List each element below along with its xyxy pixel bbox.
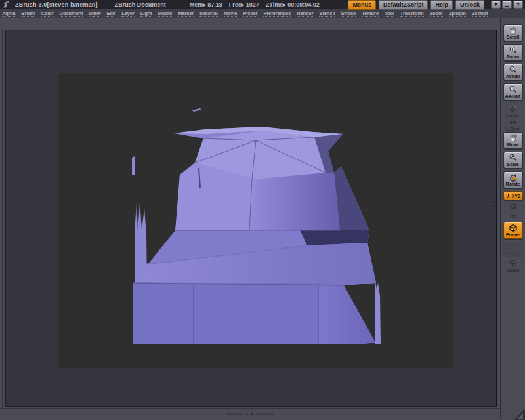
symmetry-icon xyxy=(509,118,518,127)
menu-zscript[interactable]: Zscript xyxy=(472,10,488,17)
spin-z-icon xyxy=(509,212,518,220)
canvas[interactable]: ◂ ▸ xyxy=(5,30,497,407)
menu-zoom[interactable]: Zoom xyxy=(430,10,443,17)
menu-render[interactable]: Render xyxy=(297,10,313,17)
menu-stencil[interactable]: Stencil xyxy=(319,10,335,17)
model-face-right-slab-dark xyxy=(334,167,369,230)
menu-transform[interactable]: Transform xyxy=(400,10,424,17)
model-face-float-dash xyxy=(192,108,201,112)
actual-button[interactable]: Actual xyxy=(503,64,523,81)
xyz-button[interactable]: XYZ xyxy=(503,191,523,200)
zbrush-logo-icon xyxy=(2,1,10,9)
menu-macro[interactable]: Macro xyxy=(158,10,173,17)
restore-icon[interactable] xyxy=(502,1,512,9)
lasso-button[interactable]: Lasso xyxy=(503,260,523,272)
side-button-label: Actual xyxy=(506,74,520,79)
document-area[interactable] xyxy=(58,73,453,368)
right-toolbar: ScrollZoomActualAAHalfLocalL.SymMoveScal… xyxy=(500,18,525,419)
free-stat: Free▸ 1027 xyxy=(229,1,259,8)
help-button[interactable]: Help xyxy=(430,0,453,10)
transp-button[interactable]: Transp xyxy=(503,242,523,257)
pivot-icon xyxy=(509,105,518,114)
move-button[interactable]: Move xyxy=(503,132,523,149)
minimize-icon[interactable]: ▾ xyxy=(491,1,501,9)
scale-button[interactable]: Scale xyxy=(503,152,523,169)
menu-draw[interactable]: Draw xyxy=(89,10,100,17)
menu-layer[interactable]: Layer xyxy=(121,10,135,17)
model-face-float-bar xyxy=(132,156,135,175)
cube-icon xyxy=(509,224,518,232)
menu-movie[interactable]: Movie xyxy=(224,10,238,17)
mem-stat: Mem▸ 87.18 xyxy=(190,1,222,8)
zoom-button[interactable]: Zoom xyxy=(503,44,523,61)
menu-tool[interactable]: Tool xyxy=(385,10,394,17)
side-button-label: AAHalf xyxy=(505,94,520,98)
divider-line xyxy=(226,413,243,415)
side-button-label: Transp xyxy=(505,251,520,256)
rotate-icon xyxy=(509,173,518,182)
menu-document[interactable]: Document xyxy=(60,10,83,17)
menu-preferences[interactable]: Preferences xyxy=(263,10,291,17)
divider-line xyxy=(257,413,274,415)
magnifier-actual-icon xyxy=(509,66,518,74)
side-button-label: L.Sym xyxy=(506,127,520,131)
left-gutter xyxy=(0,29,5,408)
menu-texture[interactable]: Texture xyxy=(362,10,379,17)
menu-material[interactable]: Material xyxy=(200,10,218,17)
ztime-stat: ZTime▸ 00:00:04.02 xyxy=(266,1,320,8)
menu-alpha[interactable]: Alpha xyxy=(2,10,15,17)
close-icon[interactable]: × xyxy=(513,1,523,9)
scroll-button[interactable]: Scroll xyxy=(503,24,523,41)
model-face-box-right xyxy=(318,283,375,344)
resize-corner-handle[interactable] xyxy=(514,409,525,420)
spin-z-button[interactable] xyxy=(503,212,523,220)
spin-y-icon xyxy=(509,202,518,211)
menu-edit[interactable]: Edit xyxy=(106,10,116,17)
side-button-label: XYZ xyxy=(512,194,521,198)
frame-button[interactable]: Frame xyxy=(503,222,523,239)
panel-divider-arrows[interactable]: ◂ ▸ xyxy=(493,201,497,207)
hand-move-icon xyxy=(509,134,518,142)
zbrush-window: ZBrush 3.0[steven bateman] ZBrush Docume… xyxy=(0,0,525,420)
magnifier-plus-icon xyxy=(509,46,518,54)
menu-stroke[interactable]: Stroke xyxy=(341,10,356,17)
menu-light[interactable]: Light xyxy=(140,10,152,17)
model-3d xyxy=(58,73,453,368)
menu-bar: AlphaBrushColorDocumentDrawEditLayerLigh… xyxy=(0,9,525,18)
magnifier-half-icon xyxy=(509,85,518,94)
menu-zplugin[interactable]: Zplugin xyxy=(449,10,466,17)
side-button-label: Lasso xyxy=(506,268,519,272)
divider-handle-icon[interactable]: ▲▼ xyxy=(245,412,255,416)
unlock-button[interactable]: Unlock xyxy=(455,0,484,10)
menu-picker[interactable]: Picker xyxy=(243,10,257,17)
menu-marker[interactable]: Marker xyxy=(178,10,194,17)
side-button-label: Scroll xyxy=(507,35,519,39)
menus-button[interactable]: Menus xyxy=(348,0,376,10)
local-button[interactable]: Local xyxy=(503,106,523,117)
side-button-label: Local xyxy=(507,114,518,118)
rotate-button[interactable]: Rotate xyxy=(503,171,523,188)
axis-icon xyxy=(505,193,511,199)
defaultzscript-button[interactable]: DefaultZScript xyxy=(379,0,429,10)
lasso-icon xyxy=(509,259,518,268)
arrow-right-icon[interactable]: ▸ xyxy=(494,204,495,207)
aahalf-button[interactable]: AAHalf xyxy=(503,83,523,100)
hand-scroll-icon xyxy=(509,26,518,35)
side-button-label: Rotate xyxy=(506,182,520,186)
stats-readout: Mem▸ 87.18 Free▸ 1027 ZTime▸ 00:00:04.02 xyxy=(190,1,320,8)
model-face-spike-right xyxy=(375,282,381,344)
side-button-label: Frame xyxy=(506,232,520,237)
spin-y-button[interactable] xyxy=(503,202,523,211)
side-button-label: Zoom xyxy=(507,54,519,59)
menu-color[interactable]: Color xyxy=(41,10,54,17)
menu-brush[interactable]: Brush xyxy=(21,10,35,17)
transp-icon xyxy=(509,243,518,251)
top-shelf xyxy=(0,18,500,29)
magnifier-scale-icon xyxy=(509,154,518,162)
lsym-button[interactable]: L.Sym xyxy=(503,119,523,131)
model-face-box-front xyxy=(133,283,318,344)
title-bar: ZBrush 3.0[steven bateman] ZBrush Docume… xyxy=(0,0,525,9)
side-button-label: Scale xyxy=(507,162,518,167)
bottom-bar: ▲▼ xyxy=(0,408,500,419)
side-button-label: Move xyxy=(507,142,519,147)
